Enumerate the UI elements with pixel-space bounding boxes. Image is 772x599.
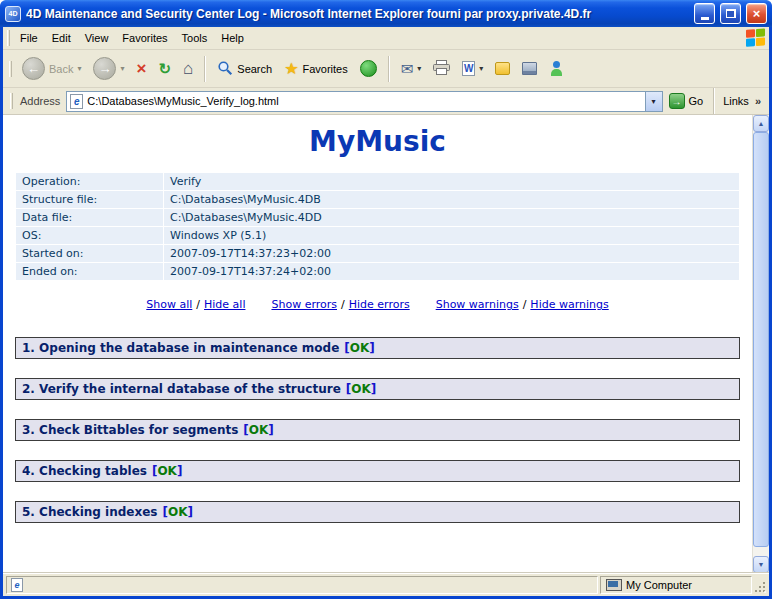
stop-icon: × [137,60,147,77]
info-value: C:\Databases\MyMusic.4DB [164,191,740,209]
scroll-up-button[interactable]: ▲ [753,115,769,132]
close-button[interactable]: × [746,3,767,24]
table-row: Structure file: C:\Databases\MyMusic.4DB [16,191,740,209]
hide-all-link[interactable]: Hide all [204,298,245,311]
section-title: 1. Opening the database in maintenance m… [22,341,339,355]
resize-grip[interactable] [754,577,767,594]
go-button[interactable]: → Go [663,93,710,109]
mail-dropdown-icon: ▾ [417,64,421,73]
hide-errors-link[interactable]: Hide errors [349,298,410,311]
log-section-4: 4. Checking tables [OK] [15,460,740,482]
status-pane-zone: My Computer [600,576,752,594]
minimize-button[interactable] [694,3,715,24]
show-errors-link[interactable]: Show errors [271,298,337,311]
edit-button[interactable]: W ▾ [457,58,488,79]
toolbar-grip[interactable] [9,61,12,77]
menubar-grip[interactable] [7,30,10,46]
media-button[interactable] [355,57,382,80]
back-button[interactable]: ← Back ▾ [17,54,86,83]
links-toolbar[interactable]: Links » [719,95,765,107]
search-icon [217,60,233,78]
browser-window: 4D 4D Maintenance and Security Center Lo… [0,0,772,599]
discuss-button[interactable] [490,59,515,78]
refresh-button[interactable]: ↻ [153,58,176,79]
filter-links: Show all/Hide allShow errors/Hide errors… [3,298,752,311]
media-icon [360,60,377,77]
info-label: Started on: [16,245,164,263]
address-dropdown-button[interactable]: ▾ [645,92,662,111]
section-status: [OK] [346,382,376,396]
home-button[interactable]: ⌂ [178,57,198,80]
back-icon: ← [22,57,45,80]
back-dropdown-icon: ▾ [77,64,81,73]
section-title: 5. Checking indexes [22,505,158,519]
address-label: Address [20,95,60,107]
menu-help[interactable]: Help [214,28,251,48]
separator-text: / [196,298,200,311]
stop-button[interactable]: × [132,57,152,80]
content-area: MyMusic Operation: Verify Structure file… [3,115,769,573]
menu-edit[interactable]: Edit [45,28,78,48]
edit-dropdown-icon: ▾ [479,64,483,73]
hide-warnings-link[interactable]: Hide warnings [530,298,608,311]
menu-tools[interactable]: Tools [175,28,215,48]
addressbar-grip[interactable] [10,93,13,109]
separator-text: / [523,298,527,311]
table-row: OS: Windows XP (5.1) [16,227,740,245]
forward-button[interactable]: → ▾ [88,54,129,83]
messenger-icon [549,61,564,76]
table-row: Data file: C:\Databases\MyMusic.4DD [16,209,740,227]
search-button[interactable]: Search [212,57,277,81]
show-all-link[interactable]: Show all [146,298,192,311]
status-pane-main: e [6,576,598,594]
scroll-track[interactable] [753,132,769,556]
messenger-button[interactable] [544,58,569,79]
log-section-3: 3. Check Bittables for segments [OK] [15,419,740,441]
menu-file[interactable]: File [13,28,45,48]
info-label: OS: [16,227,164,245]
restore-icon [726,9,736,18]
restore-button[interactable] [720,3,741,24]
menu-bar: File Edit View Favorites Tools Help [3,27,769,50]
section-title: 4. Checking tables [22,464,147,478]
edit-word-icon: W [462,61,475,76]
separator-text: / [341,298,345,311]
zone-label: My Computer [626,579,692,591]
toolbar-separator-2 [388,56,390,82]
back-label: Back [49,63,73,75]
forward-dropdown-icon: ▾ [120,64,124,73]
section-title: 2. Verify the internal database of the s… [22,382,341,396]
address-input[interactable] [87,93,640,110]
menu-view[interactable]: View [78,28,116,48]
log-sections: 1. Opening the database in maintenance m… [15,337,740,523]
scroll-thumb[interactable] [753,132,769,547]
show-warnings-link[interactable]: Show warnings [436,298,519,311]
links-label: Links [723,95,749,107]
info-table: Operation: Verify Structure file: C:\Dat… [15,172,740,281]
print-button[interactable] [428,57,455,80]
links-chevron-icon: » [755,95,761,107]
research-button[interactable] [517,59,542,78]
status-bar: e My Computer [3,573,769,596]
addressbar-separator [713,88,715,114]
vertical-scrollbar[interactable]: ▲ ▼ [752,115,769,573]
toolbar-separator [204,56,206,82]
info-label: Operation: [16,173,164,191]
toolbar: ← Back ▾ → ▾ × ↻ ⌂ Search ★ [3,50,769,88]
close-icon: × [753,6,761,21]
refresh-icon: ↻ [158,61,171,76]
address-input-box: e ▾ [66,91,662,112]
window-icon: 4D [5,6,21,22]
scroll-up-icon: ▲ [758,120,765,127]
scroll-down-button[interactable]: ▼ [753,556,769,573]
log-section-1: 1. Opening the database in maintenance m… [15,337,740,359]
table-row: Started on: 2007-09-17T14:37:23+02:00 [16,245,740,263]
menu-favorites[interactable]: Favorites [115,28,174,48]
print-icon [433,60,450,77]
info-value: 2007-09-17T14:37:23+02:00 [164,245,740,263]
info-value: 2007-09-17T14:37:24+02:00 [164,263,740,281]
minimize-icon [701,17,709,20]
mail-button[interactable]: ✉ ▾ [396,58,427,79]
discuss-icon [495,62,510,75]
favorites-button[interactable]: ★ Favorites [279,58,353,80]
